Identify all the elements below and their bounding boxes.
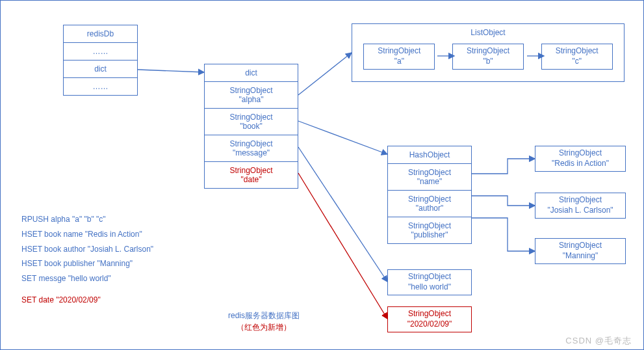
cmd-hset-publisher: HSET book publisher "Manning" — [21, 256, 153, 271]
dict-row-message-l2: "message" — [210, 148, 292, 157]
hashobject-row-publisher-l1: StringObject — [393, 221, 466, 230]
listobject-item-b-l1: StringObject — [453, 46, 523, 57]
listobject-item-c-l1: StringObject — [542, 46, 612, 57]
date-value-l1: StringObject — [388, 309, 471, 319]
dict-row-alpha-l1: StringObject — [210, 86, 292, 95]
hashobject-table: HashObject StringObject "name" StringObj… — [387, 146, 472, 244]
cmd-rpush: RPUSH alpha "a" "b" "c" — [21, 212, 153, 227]
hashobject-row-author-l2: "author" — [393, 204, 466, 213]
watermark: CSDN @毛奇志 — [565, 335, 632, 347]
hashvalue-manning: StringObject "Manning" — [535, 238, 626, 264]
dict-title: dict — [205, 64, 298, 82]
listobject-container: ListObject StringObject "a" StringObject… — [352, 23, 625, 82]
dict-row-book-l2: "book" — [210, 122, 292, 131]
svg-line-4 — [298, 173, 387, 319]
svg-line-0 — [138, 70, 204, 72]
date-value: StringObject "2020/02/09" — [387, 306, 472, 332]
svg-line-2 — [298, 121, 387, 154]
hashvalue-manning-l1: StringObject — [535, 241, 625, 251]
cmd-set-message: SET messge "hello world" — [21, 271, 153, 286]
listobject-item-a: StringObject "a" — [363, 44, 435, 70]
hashobject-row-author-l1: StringObject — [393, 195, 466, 204]
hashobject-row-publisher: StringObject "publisher" — [388, 217, 471, 243]
hashvalue-josiah-l1: StringObject — [535, 195, 625, 206]
listobject-item-a-l1: StringObject — [364, 46, 434, 57]
hashobject-title: HashObject — [388, 146, 471, 164]
message-value-l1: StringObject — [388, 272, 471, 282]
dict-row-book: StringObject "book" — [205, 109, 298, 135]
listobject-item-c: StringObject "c" — [541, 44, 613, 70]
dict-row-alpha: StringObject "alpha" — [205, 82, 298, 109]
redisdb-table: redisDb …… dict …… — [63, 25, 138, 96]
svg-line-3 — [298, 147, 387, 282]
diagram-caption: redis服务器数据库图 （红色为新增） — [205, 310, 322, 333]
listobject-title: ListObject — [355, 28, 621, 38]
cmd-set-date: SET date "2020/02/09" — [21, 293, 153, 308]
hashvalue-redis-in-action: StringObject "Redis in Action" — [535, 146, 626, 172]
hashobject-row-publisher-l2: "publisher" — [393, 230, 466, 239]
cmd-hset-name: HSET book name "Redis in Action" — [21, 227, 153, 242]
dict-row-date: StringObject "date" — [205, 162, 298, 188]
redisdb-row-dots1: …… — [64, 43, 137, 61]
svg-line-1 — [298, 53, 352, 95]
cmd-hset-author: HSET book author "Josiah L. Carlson" — [21, 242, 153, 257]
hashvalue-josiah: StringObject "Josiah L. Carlson" — [535, 193, 626, 219]
listobject-item-b: StringObject "b" — [452, 44, 524, 70]
listobject-item-b-l2: "b" — [453, 57, 523, 67]
date-value-l2: "2020/02/09" — [388, 319, 471, 330]
caption-line2: （红色为新增） — [205, 321, 322, 333]
redisdb-title: redisDb — [64, 25, 137, 43]
dict-row-date-l2: "date" — [210, 175, 292, 184]
hashobject-row-name-l1: StringObject — [393, 168, 466, 177]
redisdb-row-dict: dict — [64, 61, 137, 78]
hashvalue-redis-in-action-l1: StringObject — [535, 148, 625, 159]
hashvalue-redis-in-action-l2: "Redis in Action" — [535, 159, 625, 169]
caption-line1: redis服务器数据库图 — [205, 310, 322, 321]
dict-row-book-l1: StringObject — [210, 113, 292, 122]
hashvalue-josiah-l2: "Josiah L. Carlson" — [535, 206, 625, 216]
dict-table: dict StringObject "alpha" StringObject "… — [204, 64, 298, 189]
dict-row-alpha-l2: "alpha" — [210, 95, 292, 104]
hashobject-row-name: StringObject "name" — [388, 164, 471, 191]
message-value-l2: "hello world" — [388, 282, 471, 293]
message-value: StringObject "hello world" — [387, 269, 472, 295]
listobject-item-a-l2: "a" — [364, 57, 434, 67]
dict-row-date-l1: StringObject — [210, 166, 292, 175]
hashobject-row-author: StringObject "author" — [388, 191, 471, 217]
dict-row-message: StringObject "message" — [205, 135, 298, 162]
redisdb-row-dots2: …… — [64, 78, 137, 95]
commands-list: RPUSH alpha "a" "b" "c" HSET book name "… — [21, 212, 153, 308]
dict-row-message-l1: StringObject — [210, 139, 292, 148]
hashobject-row-name-l2: "name" — [393, 177, 466, 186]
listobject-item-c-l2: "c" — [542, 57, 612, 67]
hashvalue-manning-l2: "Manning" — [535, 251, 625, 262]
